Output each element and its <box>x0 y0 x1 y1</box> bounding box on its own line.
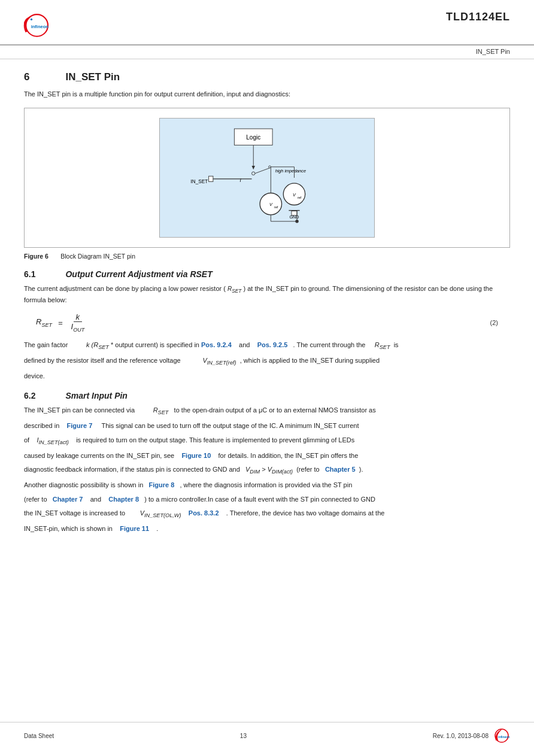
svg-point-9 <box>252 171 255 174</box>
chapter7-link[interactable]: Chapter 7 <box>53 496 83 503</box>
logo-area: infineon <box>18 11 78 40</box>
chapter5-link[interactable]: Chapter 5 <box>325 466 356 473</box>
header-right: TLD1124EL <box>446 11 510 23</box>
section61-title: Output Current Adjustment via RSET <box>65 269 212 279</box>
section6-heading: 6 IN_SET Pin <box>24 71 510 83</box>
section61-text3: The gain factor k (RSET * output current… <box>24 340 510 352</box>
section6-number: 6 <box>24 71 29 83</box>
svg-line-10 <box>255 168 270 173</box>
sub-heading-text: IN_SET Pin <box>476 48 510 55</box>
section61-heading: 6.1 Output Current Adjustment via RSET <box>24 269 510 279</box>
figure6-caption-bold: Figure 6 <box>24 253 48 260</box>
sub-header: IN_SET Pin <box>0 45 534 59</box>
pos924-link[interactable]: Pos. 9.2.4 <box>201 341 232 348</box>
formula-fraction: k IOUT <box>69 312 87 333</box>
page-footer: Data Sheet 13 Rev. 1.0, 2013-08-08 infin… <box>0 722 534 744</box>
svg-text:infineon: infineon <box>498 735 509 739</box>
footer-center: 13 <box>240 733 247 739</box>
figure6-box: Logic high impedance IN_SET I <box>24 108 510 248</box>
section62-text2: described in Figure 7 This signal can be… <box>24 421 510 432</box>
svg-text:IN_SET: IN_SET <box>191 179 208 184</box>
chapter8-link[interactable]: Chapter 8 <box>108 496 139 503</box>
figure7-link[interactable]: Figure 7 <box>67 422 93 429</box>
svg-rect-26 <box>292 211 297 215</box>
block-diagram-svg: Logic high impedance IN_SET I <box>165 123 369 232</box>
section62-text9: IN_SET-pin, which is shown in Figure 11 … <box>24 524 510 535</box>
section62-text3: of IIN_SET(act) is required to turn on t… <box>24 435 510 447</box>
pos832-link[interactable]: Pos. 8.3.2 <box>189 509 219 517</box>
main-content: 6 IN_SET Pin The IN_SET pin is a multipl… <box>0 59 534 550</box>
svg-text:Logic: Logic <box>246 134 260 141</box>
svg-text:ref: ref <box>274 205 278 208</box>
figure8-link[interactable]: Figure 8 <box>149 481 175 488</box>
section62-text8: the IN_SET voltage is increased to VIN_S… <box>24 508 510 520</box>
section61-text1: The current adjustment can be done by pl… <box>24 284 510 306</box>
section6-intro: The IN_SET pin is a multiple function pi… <box>24 89 510 99</box>
diagram-area: Logic high impedance IN_SET I <box>159 118 375 238</box>
svg-text:infineon: infineon <box>31 24 49 29</box>
product-title: TLD1124EL <box>446 11 510 23</box>
section61-text4: defined by the resistor itself and the r… <box>24 356 510 368</box>
section6-title: IN_SET Pin <box>65 71 120 83</box>
section62-title: Smart Input Pin <box>65 391 127 400</box>
section62-text5: diagnostic feedback information, if the … <box>24 464 510 476</box>
svg-text:high impedance: high impedance <box>275 168 306 173</box>
pos925-link[interactable]: Pos. 9.2.5 <box>257 341 288 348</box>
footer-right: Rev. 1.0, 2013-08-08 <box>433 733 489 739</box>
section61-text5: device. <box>24 371 510 382</box>
footer-right-area: Rev. 1.0, 2013-08-08 infineon <box>433 727 510 744</box>
footer-left: Data Sheet <box>24 733 54 739</box>
figure10-link[interactable]: Figure 10 <box>181 452 211 459</box>
svg-rect-14 <box>209 176 213 181</box>
figure11-link[interactable]: Figure 11 <box>120 525 149 532</box>
figure6-caption: Figure 6 Block Diagram IN_SET pin <box>24 253 510 260</box>
svg-point-11 <box>269 165 271 168</box>
section61-number: 6.1 <box>24 269 35 279</box>
figure6-inner: Logic high impedance IN_SET I <box>34 118 500 238</box>
section62-text7: (refer to Chapter 7 and Chapter 8 ) to a… <box>24 494 510 505</box>
svg-point-30 <box>295 220 298 223</box>
section62-number: 6.2 <box>24 391 35 400</box>
svg-marker-8 <box>252 165 255 169</box>
figure6-caption-spacer <box>50 253 59 260</box>
equation-number: (2) <box>490 319 498 326</box>
formula-left: RSET = k IOUT <box>36 312 87 333</box>
page-header: infineon TLD1124EL <box>0 0 534 45</box>
footer-logo: infineon <box>493 727 510 744</box>
formula-block: RSET = k IOUT (2) <box>24 312 510 333</box>
section62-text6: Another diagnostic possibility is shown … <box>24 480 510 491</box>
svg-text:ref: ref <box>298 195 302 199</box>
section62-text4: caused by leakage currents on the IN_SET… <box>24 451 510 462</box>
infineon-logo: infineon <box>18 11 78 40</box>
svg-point-1 <box>31 19 32 20</box>
section62-text1: The IN_SET pin can be connected via RSET… <box>24 405 510 417</box>
figure6-caption-text: Block Diagram IN_SET pin <box>60 253 135 260</box>
section62-heading: 6.2 Smart Input Pin <box>24 391 510 400</box>
